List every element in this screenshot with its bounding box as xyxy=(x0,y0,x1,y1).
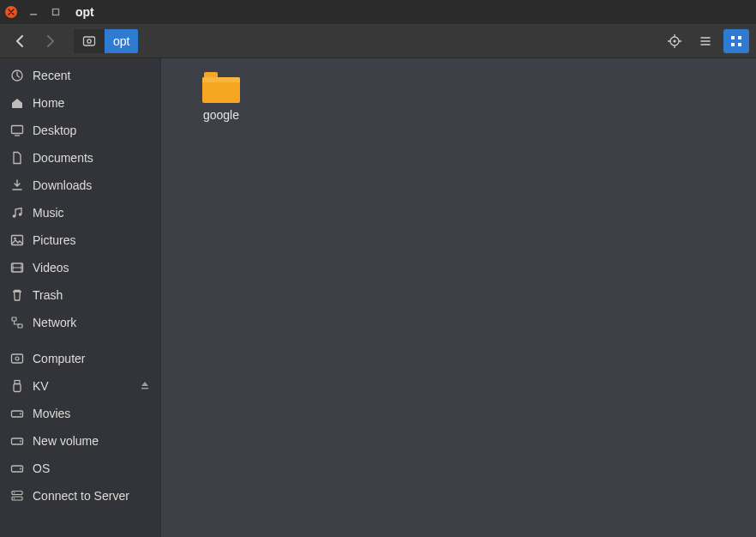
toolbar-actions xyxy=(662,29,749,53)
nav-back-button[interactable] xyxy=(14,34,27,48)
sidebar-item-trash[interactable]: Trash xyxy=(0,281,160,309)
computer-icon xyxy=(10,352,24,365)
drive-icon xyxy=(10,407,24,420)
workspace: Recent Home Desktop Documents Downloads … xyxy=(0,58,756,537)
svg-point-20 xyxy=(15,357,19,360)
sidebar-item-connect-server[interactable]: Connect to Server xyxy=(0,482,160,510)
nav-buttons xyxy=(7,34,63,48)
sidebar-item-pictures[interactable]: Pictures xyxy=(0,226,160,254)
grid-view-button[interactable] xyxy=(723,29,749,53)
home-icon xyxy=(10,96,24,110)
svg-point-12 xyxy=(13,214,16,218)
network-icon xyxy=(10,316,24,329)
list-view-button[interactable] xyxy=(693,29,718,53)
window-close-button[interactable] xyxy=(5,6,17,18)
eject-button[interactable] xyxy=(140,379,150,393)
sidebar-item-label: Pictures xyxy=(33,233,76,247)
sidebar-item-os[interactable]: OS xyxy=(0,455,160,482)
sidebar-item-label: Trash xyxy=(33,288,63,302)
usb-icon xyxy=(10,379,24,393)
sidebar-item-desktop[interactable]: Desktop xyxy=(0,117,160,144)
svg-point-10 xyxy=(12,70,22,81)
svg-rect-14 xyxy=(12,236,23,245)
svg-rect-29 xyxy=(12,492,22,495)
svg-point-32 xyxy=(14,498,15,499)
sidebar-item-new-volume[interactable]: New volume xyxy=(0,427,160,455)
svg-rect-7 xyxy=(738,36,741,39)
sidebar-item-label: Home xyxy=(33,96,64,110)
close-icon xyxy=(8,9,15,15)
window-maximize-button[interactable] xyxy=(50,6,62,18)
list-view-icon xyxy=(699,34,712,48)
chevron-left-icon xyxy=(15,35,26,47)
disk-icon xyxy=(82,34,96,48)
svg-rect-6 xyxy=(731,36,735,39)
sidebar-item-kv[interactable]: KV xyxy=(0,372,160,400)
folder-label: google xyxy=(203,108,239,122)
path-segment-current[interactable]: opt xyxy=(105,29,138,53)
window-minimize-button[interactable] xyxy=(27,6,39,18)
documents-icon xyxy=(10,151,24,165)
videos-icon xyxy=(10,261,24,275)
path-bar[interactable]: opt xyxy=(74,29,138,53)
sidebar-item-label: Documents xyxy=(33,151,93,165)
svg-point-4 xyxy=(670,37,679,45)
sidebar-item-computer[interactable]: Computer xyxy=(0,345,160,372)
svg-point-15 xyxy=(14,238,16,240)
sidebar-item-home[interactable]: Home xyxy=(0,89,160,117)
path-current-label: opt xyxy=(113,34,129,48)
chevron-right-icon xyxy=(45,35,55,47)
sidebar-item-music[interactable]: Music xyxy=(0,199,160,226)
location-button[interactable] xyxy=(662,29,687,53)
sidebar-item-label: Music xyxy=(33,206,64,220)
svg-rect-17 xyxy=(12,317,16,321)
svg-point-31 xyxy=(14,492,15,494)
sidebar-item-label: Movies xyxy=(33,407,70,420)
sidebar-item-movies[interactable]: Movies xyxy=(0,400,160,427)
path-segment-root[interactable] xyxy=(74,29,105,53)
svg-rect-25 xyxy=(12,438,23,444)
sidebar-item-label: Recent xyxy=(33,69,70,82)
svg-rect-0 xyxy=(30,14,37,15)
downloads-icon xyxy=(10,178,24,192)
content-area[interactable]: google xyxy=(161,58,756,537)
desktop-icon xyxy=(10,124,24,137)
minimize-icon xyxy=(29,8,38,16)
sidebar-item-label: KV xyxy=(33,379,49,393)
svg-rect-8 xyxy=(731,43,735,46)
svg-point-5 xyxy=(673,39,675,42)
folder-item[interactable]: google xyxy=(180,72,262,122)
window-controls xyxy=(5,6,62,18)
pictures-icon xyxy=(10,233,24,247)
svg-rect-1 xyxy=(53,9,59,15)
svg-rect-23 xyxy=(12,411,23,417)
title-bar: opt xyxy=(0,0,756,24)
svg-rect-16 xyxy=(12,263,23,272)
sidebar-item-downloads[interactable]: Downloads xyxy=(0,172,160,199)
folder-icon xyxy=(202,72,240,103)
sidebar-item-label: Computer xyxy=(33,352,85,365)
sidebar-item-recent[interactable]: Recent xyxy=(0,62,160,89)
window-title: opt xyxy=(75,5,94,19)
svg-rect-30 xyxy=(12,497,22,500)
nav-forward-button[interactable] xyxy=(43,34,57,48)
music-icon xyxy=(10,206,24,220)
location-icon xyxy=(667,33,682,49)
sidebar: Recent Home Desktop Documents Downloads … xyxy=(0,58,161,537)
svg-rect-11 xyxy=(12,126,23,134)
sidebar-item-label: Network xyxy=(33,316,76,329)
sidebar-item-videos[interactable]: Videos xyxy=(0,254,160,281)
sidebar-item-label: Downloads xyxy=(33,178,92,192)
server-icon xyxy=(10,489,24,503)
sidebar-item-network[interactable]: Network xyxy=(0,309,160,336)
sidebar-item-label: Connect to Server xyxy=(33,489,129,503)
toolbar: opt xyxy=(0,24,756,58)
sidebar-item-label: New volume xyxy=(33,434,99,448)
svg-point-28 xyxy=(20,468,21,470)
svg-point-26 xyxy=(20,441,21,443)
sidebar-item-documents[interactable]: Documents xyxy=(0,144,160,172)
eject-icon xyxy=(140,380,150,390)
svg-rect-2 xyxy=(84,37,95,45)
svg-rect-22 xyxy=(14,384,21,392)
svg-point-24 xyxy=(20,413,21,415)
